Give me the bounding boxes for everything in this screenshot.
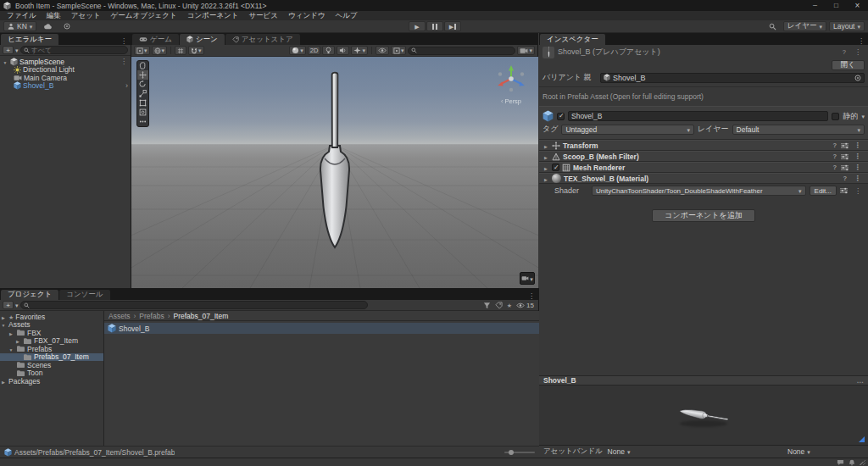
notification-bell-icon[interactable] [849,458,855,466]
presets-icon[interactable] [841,142,849,149]
variant-parent-field[interactable]: Shovel_B [600,73,865,83]
tree-item-favorites[interactable]: Favorites [0,313,103,321]
menu-help[interactable]: ヘルプ [331,11,363,20]
preview-header[interactable]: Shovel_B [539,375,868,386]
component-mesh-filter[interactable]: Scoop_B (Mesh Filter) [539,151,868,162]
breadcrumb-prefabs[interactable]: Prefabs [131,312,164,320]
move-tool-button[interactable] [137,70,148,80]
material-header[interactable]: TEX_Shovel_B (Material) [539,173,868,184]
breadcrumb-assets[interactable]: Assets [108,312,131,320]
help-icon[interactable] [831,153,838,160]
tree-item-assets[interactable]: Assets [0,321,103,330]
grid-snap-toggle[interactable] [175,46,186,55]
menu-assets[interactable]: アセット [66,11,106,20]
foldout-arrow-icon[interactable] [542,175,549,183]
2d-toggle[interactable]: 2D [308,46,321,55]
search-by-type-icon[interactable] [483,302,491,309]
context-menu-icon[interactable] [851,48,865,56]
prefab-open-arrow-icon[interactable] [125,81,131,90]
object-picker-icon[interactable] [854,75,861,81]
collab-history-button[interactable] [59,21,75,31]
hierarchy-item-main-camera[interactable]: Main Camera [0,74,131,82]
presets-icon[interactable] [841,164,849,171]
help-icon[interactable] [831,141,838,149]
scene-lighting-toggle[interactable] [322,46,335,55]
tool-handle-pivot-dropdown[interactable] [134,46,150,55]
tab-scene[interactable]: シーン [180,34,225,45]
hidden-packages-counter[interactable]: 15 [516,302,534,309]
account-dropdown[interactable]: KN [3,21,36,31]
resize-grip[interactable] [860,459,865,465]
help-icon[interactable] [831,164,838,171]
draw-mode-dropdown[interactable] [289,46,306,55]
scene-search-input[interactable] [419,47,512,54]
search-by-label-icon[interactable] [495,302,503,309]
tree-item-prefabs[interactable]: Prefabs [0,345,103,353]
tree-item-prefabs-07-item[interactable]: Prefabs_07_Item [0,353,103,362]
panel-menu-icon[interactable] [117,37,131,45]
search-button[interactable] [765,21,781,31]
shader-dropdown[interactable]: UnityChanToonShader/Toon_DoubleShadeWith… [592,186,806,196]
orientation-gizmo[interactable]: Persp [491,64,531,105]
slider-knob[interactable] [509,450,514,455]
tree-item-fbx[interactable]: FBX [0,329,103,337]
tab-project[interactable]: プロジェクト [1,290,58,300]
foldout-arrow-icon[interactable] [542,153,549,161]
scene-visibility-toggle[interactable] [376,46,389,55]
save-search-star-icon[interactable] [507,301,512,309]
gameobject-name-field[interactable] [568,111,828,121]
scene-audio-toggle[interactable] [337,46,349,55]
component-transform[interactable]: Transform [539,140,868,151]
rect-tool-button[interactable] [137,98,148,108]
chevron-down-icon[interactable] [15,301,19,309]
presets-icon[interactable] [841,153,849,160]
pause-button[interactable] [426,21,443,31]
breadcrumb-prefabs-07-item[interactable]: Prefabs_07_Item [164,312,229,320]
tree-item-packages[interactable]: Packages [0,377,103,386]
thumbnail-zoom-slider[interactable] [504,452,535,453]
active-checkbox[interactable] [557,113,565,120]
foldout-arrow-icon[interactable] [542,164,549,172]
minimize-button[interactable] [804,0,826,11]
snap-settings-dropdown[interactable] [188,46,204,55]
asset-item-shovel[interactable]: Shovel_B [104,323,539,334]
shader-edit-button[interactable]: Edit... [810,186,837,196]
scene-viewport[interactable]: Persp [131,57,538,288]
assetbundle-dropdown[interactable]: None [608,447,782,456]
panel-menu-icon[interactable] [525,292,538,300]
add-object-button[interactable]: + [3,46,14,54]
preview-area[interactable] [539,386,868,445]
component-mesh-renderer[interactable]: Mesh Renderer [539,162,868,173]
view-tool-button[interactable] [137,61,148,70]
maximize-button[interactable] [826,0,847,11]
component-menu-icon[interactable] [851,175,865,182]
tab-console[interactable]: コンソール [59,290,109,300]
chevron-down-icon[interactable] [15,46,19,54]
expand-arrow-icon[interactable] [8,329,14,337]
menu-services[interactable]: サービス [243,11,283,20]
gizmos-dropdown[interactable] [391,46,407,55]
camera-settings-dropdown[interactable] [517,46,535,55]
help-icon[interactable] [841,175,849,182]
projection-label[interactable]: Persp [491,97,531,105]
create-asset-button[interactable]: + [3,301,14,309]
help-icon[interactable] [841,48,848,56]
menu-edit[interactable]: 編集 [42,11,66,20]
static-checkbox[interactable] [832,113,839,120]
rotate-tool-button[interactable] [137,80,148,89]
project-search-input[interactable] [31,302,364,309]
cloud-services-button[interactable] [39,21,57,31]
play-button[interactable] [409,21,426,31]
expand-arrow-icon[interactable] [0,313,7,321]
effects-dropdown[interactable] [351,46,368,55]
assetbundle-variant-dropdown[interactable]: None [787,447,864,456]
hierarchy-item-shovel[interactable]: Shovel_B [0,82,131,91]
open-prefab-button[interactable]: 開く [832,60,865,70]
tool-handle-space-dropdown[interactable] [152,46,168,55]
tree-item-toon[interactable]: Toon [0,369,103,378]
presets-icon[interactable] [840,187,848,194]
expand-arrow-icon[interactable] [0,377,7,386]
console-message-icon[interactable] [837,459,844,466]
scale-tool-button[interactable] [137,89,148,98]
hierarchy-search-input[interactable] [31,47,125,54]
